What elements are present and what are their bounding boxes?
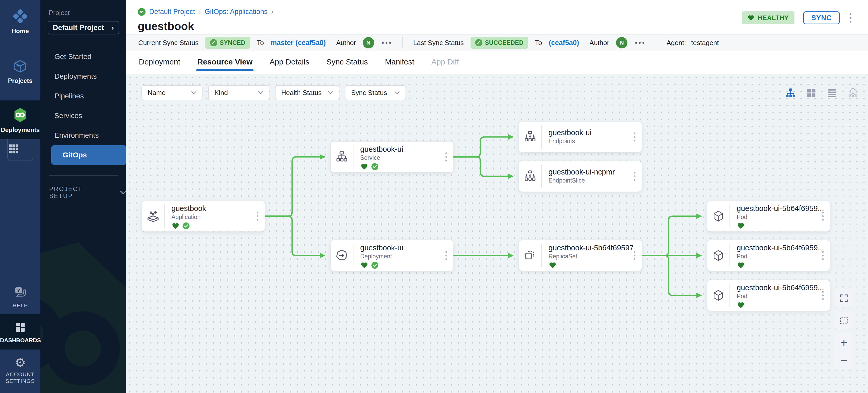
- tab-deployment[interactable]: Deployment: [139, 51, 180, 73]
- help-chat-icon: ?: [13, 286, 27, 299]
- module-home[interactable]: Home: [0, 2, 40, 40]
- account-settings-label2: SETTINGS: [0, 378, 40, 384]
- module-rail: Home Projects Deployments ? HELP DASHBOA…: [0, 0, 40, 393]
- commit-more-button[interactable]: [634, 41, 645, 45]
- node-menu-button[interactable]: [444, 250, 448, 261]
- healthy-heart-icon: [172, 222, 180, 230]
- harness-watermark: [40, 235, 126, 393]
- sync-button[interactable]: SYNC: [803, 11, 840, 24]
- resource-node-endpoints[interactable]: guestbook-ui Endpoints: [519, 122, 642, 152]
- nav-item-environments[interactable]: Environments: [40, 126, 126, 145]
- synced-check-icon: [182, 222, 190, 230]
- tab-sync-status[interactable]: Sync Status: [326, 51, 368, 73]
- dashboards-button[interactable]: DASHBOARDS: [0, 314, 40, 350]
- projects-icon: [13, 59, 27, 73]
- module-projects[interactable]: Projects: [0, 52, 40, 90]
- list-view-icon[interactable]: [827, 88, 837, 98]
- node-menu-button[interactable]: [632, 171, 637, 182]
- tab-manifest[interactable]: Manifest: [385, 51, 414, 73]
- zoom-controls: + −: [835, 333, 853, 369]
- healthy-heart-icon: [360, 261, 369, 269]
- resource-node-pod-3[interactable]: guestbook-ui-5b64f6959... Pod: [707, 280, 830, 311]
- node-menu-button[interactable]: [821, 211, 825, 222]
- divider: [402, 37, 403, 48]
- project-setup-label: PROJECT SETUP: [49, 186, 104, 200]
- filter-name[interactable]: Name: [142, 85, 203, 100]
- author-label: Author: [336, 39, 356, 47]
- healthy-heart-icon: [737, 222, 745, 230]
- tree-view-icon[interactable]: [785, 88, 796, 98]
- project-setup-toggle[interactable]: PROJECT SETUP: [49, 186, 126, 200]
- chevron-separator-icon: ›: [198, 8, 201, 16]
- grid-view-icon[interactable]: [806, 88, 817, 98]
- current-revision-link[interactable]: master (ceaf5a0): [271, 39, 326, 47]
- select-area-button[interactable]: [835, 312, 853, 329]
- resource-node-application[interactable]: guestbook Application: [142, 201, 265, 231]
- breadcrumb-project-link[interactable]: Default Project: [149, 8, 195, 16]
- dashboards-label: DASHBOARDS: [0, 337, 40, 344]
- nav-item-services[interactable]: Services: [40, 106, 126, 126]
- account-settings-label: ACCOUNT: [0, 371, 40, 378]
- chevron-separator-icon: ›: [271, 8, 274, 16]
- resource-node-pod-2[interactable]: guestbook-ui-5b64f6959... Pod: [707, 240, 830, 271]
- filter-bar: Name Kind Health Status Sync Status: [142, 85, 406, 100]
- nav-item-deployments[interactable]: Deployments: [40, 67, 126, 86]
- last-revision-link[interactable]: (ceaf5a0): [549, 39, 579, 47]
- synced-check-icon: [371, 163, 379, 170]
- project-selector-value: Default Project: [53, 24, 104, 32]
- chevron-down-icon: [328, 91, 333, 94]
- tab-app-details[interactable]: App Details: [270, 51, 309, 73]
- resource-node-pod-1[interactable]: guestbook-ui-5b64f6959... Pod: [707, 201, 830, 231]
- breadcrumb-applications-link[interactable]: GitOps: Applications: [205, 8, 268, 16]
- node-name: guestbook-ui: [360, 243, 454, 252]
- pod-kind-icon: [707, 284, 730, 307]
- module-picker-button[interactable]: [7, 139, 33, 161]
- nav-item-get-started[interactable]: Get Started: [40, 47, 126, 67]
- application-kind-icon: [142, 204, 165, 228]
- gear-icon: ⚙: [0, 356, 40, 369]
- commit-more-button[interactable]: [381, 41, 392, 45]
- tab-resource-view[interactable]: Resource View: [197, 51, 252, 73]
- resource-graph-canvas[interactable]: Name Kind Health Status Sync Status: [126, 74, 868, 393]
- dashboards-icon: [14, 321, 26, 333]
- filter-health-status[interactable]: Health Status: [275, 85, 339, 100]
- zoom-in-button[interactable]: +: [841, 336, 847, 349]
- filter-sync-status[interactable]: Sync Status: [345, 85, 406, 100]
- view-mode-toolbar: [785, 87, 859, 99]
- node-menu-button[interactable]: [632, 250, 637, 261]
- help-button[interactable]: ? HELP: [0, 280, 40, 314]
- replicaset-kind-icon: [519, 244, 542, 267]
- succeeded-badge: ✓ SUCCEEDED: [470, 37, 528, 49]
- synced-badge-label: SYNCED: [220, 39, 246, 46]
- nav-item-gitops[interactable]: GitOps: [51, 145, 126, 165]
- project-selector[interactable]: Default Project ›: [48, 21, 119, 34]
- nav-item-pipelines[interactable]: Pipelines: [40, 86, 126, 106]
- node-menu-button[interactable]: [632, 132, 637, 143]
- account-settings-button[interactable]: ⚙ ACCOUNT SETTINGS: [0, 350, 40, 393]
- node-menu-button[interactable]: [256, 211, 259, 222]
- module-home-label: Home: [0, 27, 40, 35]
- node-menu-button[interactable]: [444, 152, 448, 163]
- resource-node-service[interactable]: guestbook-ui Service: [331, 142, 454, 172]
- app-menu-button[interactable]: [848, 12, 852, 24]
- node-menu-button[interactable]: [821, 290, 825, 301]
- filter-kind[interactable]: Kind: [208, 85, 269, 100]
- home-icon: [13, 9, 28, 24]
- author-label: Author: [589, 39, 609, 47]
- fullscreen-button[interactable]: [835, 289, 853, 307]
- gitops-logo-icon: ∞: [138, 8, 146, 16]
- resource-node-deployment[interactable]: guestbook-ui Deployment: [331, 240, 454, 271]
- module-projects-label: Projects: [0, 77, 40, 85]
- zoom-out-button[interactable]: −: [841, 354, 847, 366]
- module-deployments[interactable]: Deployments: [0, 100, 40, 139]
- node-kind: Pod: [737, 253, 830, 260]
- resource-node-endpointslice[interactable]: guestbook-ui-ncpmr EndpointSlice: [519, 161, 642, 192]
- grid-9-icon: [8, 143, 20, 155]
- node-kind: Endpoints: [549, 138, 642, 145]
- resource-node-replicaset[interactable]: guestbook-ui-5b64f69597 ReplicaSet: [519, 240, 642, 271]
- node-menu-button[interactable]: [821, 250, 825, 261]
- chevron-down-icon: [395, 91, 400, 94]
- node-kind: Deployment: [360, 253, 454, 260]
- node-name: guestbook-ui-5b64f6959...: [737, 243, 830, 252]
- network-view-icon[interactable]: [847, 87, 859, 99]
